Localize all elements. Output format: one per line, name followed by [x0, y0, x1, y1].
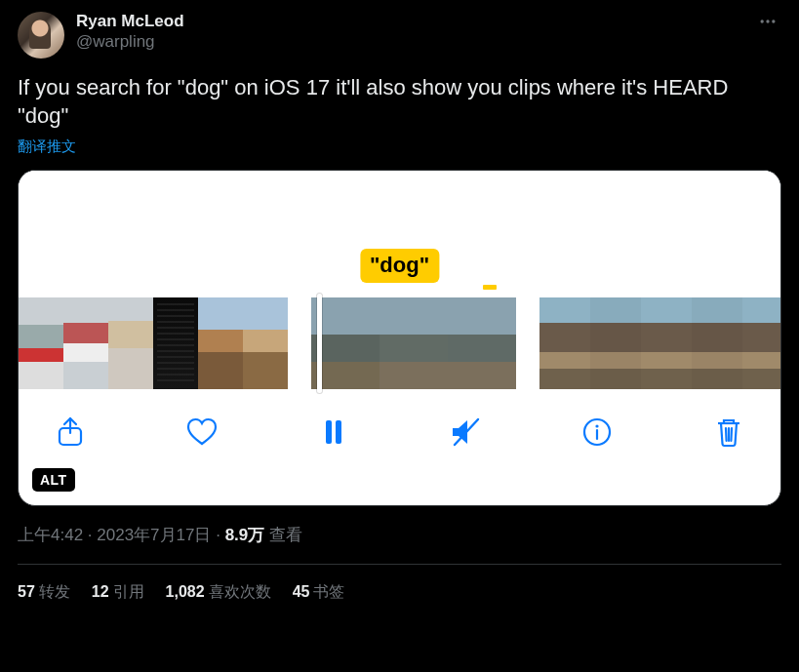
svg-rect-5: [336, 420, 341, 444]
handle: @warpling: [76, 32, 754, 52]
info-icon: [580, 415, 614, 449]
video-toolbar: [19, 389, 780, 475]
stat-bookmarks[interactable]: 45书签: [293, 582, 345, 603]
svg-point-8: [595, 425, 598, 428]
display-name: Ryan McLeod: [76, 12, 754, 31]
avatar[interactable]: [18, 12, 64, 59]
clip-thumb: [590, 297, 641, 389]
clip-thumb: [63, 297, 108, 389]
clip-thumb: [108, 297, 153, 389]
tweet-text: If you search for "dog" on iOS 17 it'll …: [18, 74, 781, 130]
tweet-meta[interactable]: 上午4:42 · 2023年7月17日 · 8.9万 查看: [18, 524, 781, 546]
video-scrubber[interactable]: [19, 297, 780, 389]
svg-rect-4: [326, 420, 332, 444]
trash-icon: [712, 415, 745, 449]
clip-thumb: [539, 297, 590, 389]
tweet-time: 上午4:42: [18, 526, 83, 544]
clip-thumb: [153, 297, 198, 389]
svg-point-1: [766, 20, 769, 22]
clip-thumb: [198, 297, 243, 389]
mute-icon: [449, 415, 482, 449]
more-button[interactable]: [754, 12, 781, 31]
clip-group: [539, 297, 780, 389]
clip-thumb: [641, 297, 692, 389]
heart-icon: [185, 415, 219, 449]
stat-quotes[interactable]: 12引用: [92, 582, 144, 603]
tweet-date: 2023年7月17日: [97, 526, 211, 544]
views-count: 8.9万: [225, 526, 265, 544]
stat-retweets[interactable]: 57转发: [18, 582, 70, 603]
playhead[interactable]: [317, 294, 322, 393]
clip-group: [311, 297, 516, 389]
media-top: "dog": [19, 171, 780, 297]
clip-thumb: [742, 297, 780, 389]
tweet-header: Ryan McLeod @warpling: [18, 12, 781, 59]
clip-thumb: [448, 297, 516, 389]
clip-thumb: [243, 297, 288, 389]
svg-point-0: [761, 20, 764, 22]
alt-badge[interactable]: ALT: [32, 468, 75, 492]
share-button[interactable]: [50, 412, 91, 453]
pause-button[interactable]: [313, 412, 354, 453]
more-icon: [758, 12, 778, 31]
svg-point-2: [772, 20, 775, 22]
views-label: 查看: [269, 526, 302, 544]
clip-thumb: [19, 297, 63, 389]
info-button[interactable]: [577, 412, 618, 453]
delete-button[interactable]: [708, 412, 749, 453]
mute-button[interactable]: [445, 412, 486, 453]
like-button[interactable]: [181, 412, 222, 453]
clip-group: [19, 297, 288, 389]
clip-thumb: [692, 297, 742, 389]
media-card[interactable]: "dog": [18, 170, 781, 506]
author-names[interactable]: Ryan McLeod @warpling: [76, 12, 754, 52]
pause-icon: [317, 415, 350, 449]
share-icon: [54, 415, 87, 449]
clip-thumb: [380, 297, 448, 389]
tweet: Ryan McLeod @warpling If you search for …: [0, 0, 799, 614]
search-marker: [483, 285, 497, 290]
translate-link[interactable]: 翻译推文: [18, 138, 781, 156]
search-chip: "dog": [360, 249, 439, 283]
stat-likes[interactable]: 1,082喜欢次数: [166, 582, 271, 603]
tweet-stats: 57转发 12引用 1,082喜欢次数 45书签: [18, 565, 781, 603]
